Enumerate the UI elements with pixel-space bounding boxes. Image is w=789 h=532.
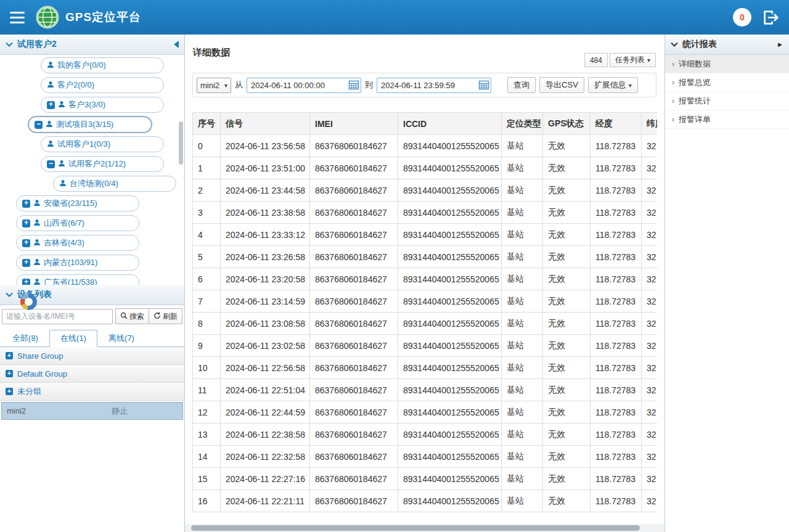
expand-toggle-icon[interactable]: − <box>47 160 55 168</box>
table-row[interactable]: 11 2024-06-11 22:51:04 863768060184627 8… <box>193 379 658 401</box>
device-search-input[interactable] <box>2 309 113 324</box>
refresh-button[interactable]: 刷新 <box>149 308 182 324</box>
notification-count-badge[interactable]: 0 <box>733 8 751 27</box>
chevron-down-icon[interactable] <box>6 42 13 47</box>
table-row[interactable]: 15 2024-06-11 22:27:16 863768060184627 8… <box>193 468 658 490</box>
query-button[interactable]: 查询 <box>507 77 536 93</box>
cell-lng: 118.72783 <box>591 246 642 268</box>
client-tree-item[interactable]: 我的客户(0/0) <box>41 57 164 73</box>
client-tree-item[interactable]: + 山西省(6/7) <box>16 215 139 231</box>
table-row[interactable]: 1 2024-06-11 23:51:00 863768060184627 89… <box>193 157 658 179</box>
cell-time: 2024-06-11 23:08:58 <box>221 313 310 335</box>
cell-iccid: 89314404001255520065 <box>398 379 502 401</box>
cell-loc-type: 基站 <box>502 424 543 446</box>
hamburger-menu-icon[interactable] <box>10 12 25 23</box>
table-row[interactable]: 6 2024-06-11 23:20:58 863768060184627 89… <box>193 268 658 290</box>
device-group-row[interactable]: + Share Group <box>0 347 184 365</box>
cell-time: 2024-06-11 23:56:58 <box>221 135 310 157</box>
device-group-row[interactable]: + Default Group <box>0 365 184 383</box>
calendar-icon[interactable] <box>478 80 489 91</box>
device-select[interactable]: mini2 ▾ <box>197 78 231 93</box>
table-row[interactable]: 7 2024-06-11 23:14:59 863768060184627 89… <box>193 290 658 313</box>
table-row[interactable]: 2 2024-06-11 23:44:58 863768060184627 89… <box>193 179 658 202</box>
report-menu-item[interactable]: › 详细数据 <box>665 55 789 73</box>
cell-lng: 118.72783 <box>591 401 642 424</box>
client-tree-item[interactable]: + 内蒙古(103/91) <box>16 255 139 271</box>
device-group-row[interactable]: + 未分组 <box>0 383 184 401</box>
device-row[interactable]: mini2 静止 <box>1 402 183 420</box>
clients-panel-header: 试用客户2 <box>0 35 184 55</box>
horizontal-scrollbar-thumb[interactable] <box>191 525 640 531</box>
client-tree-item[interactable]: + 客户3(3/0) <box>41 97 164 113</box>
export-csv-button[interactable]: 导出CSV <box>539 77 584 93</box>
report-menu-item[interactable]: › 报警统计 <box>665 92 789 110</box>
table-row[interactable]: 12 2024-06-11 22:44:59 863768060184627 8… <box>193 401 658 424</box>
device-filter-tab[interactable]: 在线(1) <box>49 330 97 347</box>
device-tabs: 全部(8) 在线(1) 离线(7) <box>0 327 184 347</box>
arrow-right-icon[interactable]: ► <box>777 41 783 48</box>
table-row[interactable]: 8 2024-06-11 23:08:58 863768060184627 89… <box>193 313 658 335</box>
expand-toggle-icon[interactable]: − <box>35 121 43 129</box>
reports-panel-title: 统计报表 <box>682 39 717 50</box>
client-tree-item[interactable]: − 试用客户2(1/12) <box>41 156 164 172</box>
device-filter-tab[interactable]: 全部(8) <box>1 330 49 347</box>
report-menu-item[interactable]: › 报警详单 <box>665 110 789 129</box>
device-filter-tab[interactable]: 离线(7) <box>97 330 145 347</box>
cell-iccid: 89314404001255520065 <box>398 490 502 512</box>
expand-toggle-icon[interactable]: + <box>22 239 30 247</box>
chevron-right-icon: › <box>672 115 674 124</box>
table-row[interactable]: 3 2024-06-11 23:38:58 863768060184627 89… <box>193 202 658 224</box>
expand-plus-icon[interactable]: + <box>6 370 13 377</box>
table-row[interactable]: 0 2024-06-11 23:56:58 863768060184627 89… <box>193 135 658 157</box>
client-tree-item[interactable]: + 广东省(11/538) <box>16 274 139 285</box>
cell-loc-type: 基站 <box>502 246 543 268</box>
sidebar-collapse-icon[interactable] <box>174 41 179 48</box>
table-row[interactable]: 16 2024-06-11 22:21:11 863768060184627 8… <box>193 490 658 512</box>
cell-loc-type: 基站 <box>502 290 543 313</box>
table-row[interactable]: 14 2024-06-11 22:32:58 863768060184627 8… <box>193 446 658 468</box>
table-row[interactable]: 10 2024-06-11 22:56:58 863768060184627 8… <box>193 357 658 379</box>
expand-toggle-icon[interactable]: + <box>47 101 55 109</box>
extended-info-button[interactable]: 扩展信息 ▾ <box>588 77 638 93</box>
table-row[interactable]: 5 2024-06-11 23:26:58 863768060184627 89… <box>193 246 658 268</box>
tree-item-label: 台湾场测(0/4) <box>70 178 118 189</box>
from-datetime-input[interactable] <box>251 81 348 90</box>
person-icon <box>47 81 54 90</box>
cell-iccid: 89314404001255520065 <box>398 424 502 446</box>
client-tree-item[interactable]: + 安徽省(23/115) <box>16 195 139 211</box>
tree-scrollbar-thumb[interactable] <box>179 121 183 165</box>
client-tree-item[interactable]: + 吉林省(4/3) <box>16 235 139 251</box>
table-row[interactable]: 4 2024-06-11 23:33:12 863768060184627 89… <box>193 224 658 246</box>
task-list-button[interactable]: 任务列表 ▾ <box>610 53 656 67</box>
table-row[interactable]: 9 2024-06-11 23:02:58 863768060184627 89… <box>193 335 658 357</box>
data-table-body: 0 2024-06-11 23:56:58 863768060184627 89… <box>193 135 658 512</box>
client-tree-item[interactable]: 台湾场测(0/4) <box>53 176 176 192</box>
expand-plus-icon[interactable]: + <box>6 388 13 395</box>
chevron-down-icon[interactable] <box>671 42 678 47</box>
expand-toggle-icon[interactable]: + <box>22 279 30 285</box>
calendar-icon[interactable] <box>348 80 359 91</box>
expand-toggle-icon[interactable]: + <box>22 200 30 208</box>
search-button[interactable]: 搜索 <box>115 308 149 324</box>
expand-plus-icon[interactable]: + <box>6 352 13 359</box>
col-time: 信号 <box>221 113 310 135</box>
to-datetime-field <box>377 78 491 93</box>
chevron-down-icon[interactable] <box>6 292 13 297</box>
expand-toggle-icon[interactable]: + <box>22 259 30 267</box>
cell-time: 2024-06-11 23:20:58 <box>221 268 310 290</box>
client-tree-item[interactable]: 试用客户1(0/3) <box>41 136 164 152</box>
expand-toggle-icon[interactable]: + <box>22 219 30 227</box>
cell-gps-status: 无效 <box>543 179 591 202</box>
client-tree-item[interactable]: − 测试项目3(3/15) <box>28 117 152 133</box>
logout-icon[interactable] <box>762 9 779 26</box>
cell-gps-status: 无效 <box>543 313 591 335</box>
to-datetime-input[interactable] <box>381 81 478 90</box>
filter-bar: mini2 ▾ 从 到 查询 <box>192 73 656 97</box>
table-row[interactable]: 13 2024-06-11 22:38:58 863768060184627 8… <box>193 424 658 446</box>
client-tree-item[interactable]: 客户2(0/0) <box>41 77 164 93</box>
record-count-button[interactable]: 484 <box>584 53 608 67</box>
cell-lat: 32 <box>642 424 658 446</box>
col-lng: 经度 <box>591 113 642 135</box>
cell-loc-type: 基站 <box>502 401 543 424</box>
report-menu-item[interactable]: › 报警总览 <box>665 73 789 92</box>
